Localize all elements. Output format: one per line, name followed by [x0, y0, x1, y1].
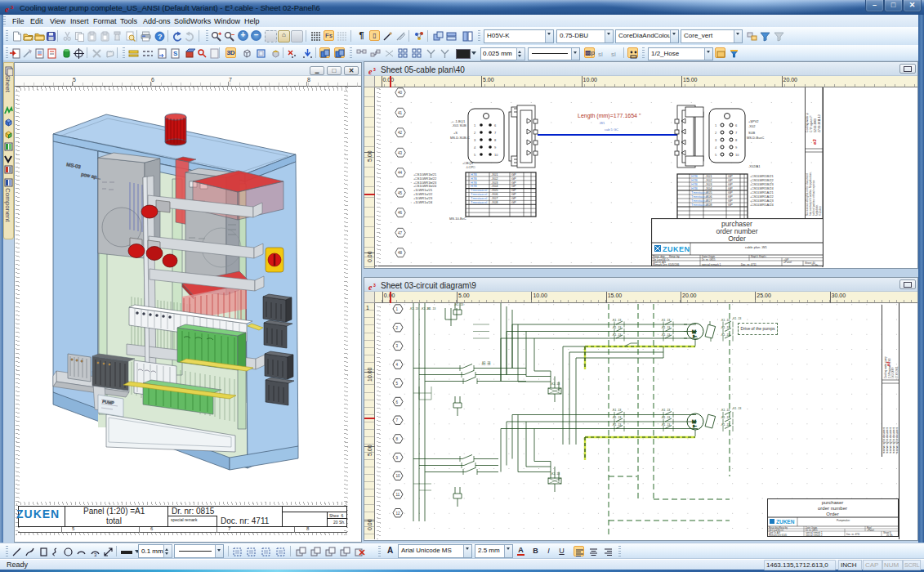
- svg-text:-K1 .13: -K1 .13: [661, 326, 670, 329]
- svg-text:-W1: -W1: [599, 121, 605, 125]
- svg-text:40: 40: [398, 91, 403, 95]
- svg-text:Order: Order: [826, 512, 838, 516]
- svg-text:-K1 .13: -K1 .13: [661, 423, 670, 427]
- svg-text:C:\\Program 12.03: C:\\Program 12.03: [888, 358, 891, 378]
- svg-text:sl: sl: [611, 51, 616, 58]
- svg-text:order number: order number: [818, 506, 847, 511]
- svg-text:45: 45: [398, 191, 403, 195]
- svg-text:-K1 .13: -K1 .13: [612, 423, 621, 427]
- svg-text:Resp. by: Resp. by: [669, 255, 680, 258]
- svg-text:27.09.2011-13: 27.09.2011-13: [818, 114, 821, 132]
- svg-text:special remark 1: special remark 1: [702, 263, 721, 266]
- svg-text:MS-D-BuvC: MS-D-BuvC: [747, 136, 764, 140]
- svg-text:+Panel: +Panel: [867, 529, 874, 532]
- svg-text:3: 3: [11, 5, 14, 10]
- svg-text:-X01 SUB: -X01 SUB: [452, 123, 466, 127]
- svg-text:ZUKEN: ZUKEN: [663, 245, 690, 253]
- svg-text:-K1 .13: -K1 .13: [661, 333, 670, 337]
- svg-text:Dr. nr. 0815: Dr. nr. 0815: [702, 258, 716, 261]
- svg-text:e3: e3: [886, 361, 891, 366]
- svg-text:-K1 .13: -K1 .13: [721, 319, 730, 322]
- svg-text:+□S1LWR1A/24: +□S1LWR1A/24: [750, 203, 774, 207]
- svg-text:C:\Program-F: C:\Program-F: [810, 115, 813, 132]
- svg-text:-K1 .13: -K1 .13: [612, 416, 621, 419]
- svg-text:20 Sh.: 20 Sh.: [811, 264, 819, 267]
- svg-text:reserve rights document: reserve rights document: [895, 427, 899, 454]
- svg-text:SUB: SUB: [748, 131, 756, 135]
- svg-text:-K1 .13: -K1 .13: [721, 333, 730, 337]
- svg-text:27.09.2011: 27.09.2011: [895, 366, 899, 378]
- svg-text:special remark 2: special remark 2: [806, 534, 823, 537]
- svg-text:ZUKEN: ZUKEN: [776, 519, 795, 525]
- svg-text:3: 3: [373, 67, 376, 72]
- svg-text:cab 5 GC: cab 5 GC: [605, 127, 618, 132]
- svg-text:-K1 .13: -K1 .13: [551, 382, 560, 386]
- svg-text:-K1 .13: -K1 .13: [661, 416, 670, 419]
- svg-text:-K1 .13: -K1 .13: [481, 363, 490, 366]
- svg-text:Tmnstaxcsl: Tmnstaxcsl: [471, 200, 487, 204]
- svg-text:-K1 .13: -K1 .13: [551, 472, 560, 476]
- svg-text:-K1 .13: -K1 .13: [661, 319, 670, 322]
- svg-text:Cooling water-p: Cooling water-p: [806, 113, 809, 132]
- svg-text:3: 3: [373, 283, 376, 288]
- svg-text:© Zuken: © Zuken: [819, 206, 822, 216]
- svg-text:-K1 .13: -K1 .13: [732, 407, 741, 410]
- svg-text:+S: +S: [453, 131, 458, 135]
- svg-text:-K1 .13: -K1 .13: [612, 326, 621, 329]
- svg-text:MS-D-SUB-C: MS-D-SUB-C: [450, 136, 470, 140]
- svg-text:e: e: [5, 4, 9, 14]
- svg-text:12.03.2009: 12.03.2009: [814, 118, 817, 132]
- svg-text:1.03.2009: 1.03.2009: [891, 367, 895, 378]
- svg-text:10: 10: [494, 153, 498, 157]
- svg-text:-K1 .13: -K1 .13: [454, 303, 463, 306]
- svg-text:e: e: [368, 67, 373, 76]
- svg-text:Doc. nr. 4711: Doc. nr. 4711: [741, 263, 757, 266]
- svg-text:43: 43: [398, 151, 403, 155]
- svg-text:Length (mm)=177.1654 ": Length (mm)=177.1654 ": [578, 113, 641, 119]
- svg-text:=Panel: =Panel: [783, 261, 792, 264]
- svg-text:-K1 .13: -K1 .13: [721, 423, 730, 427]
- svg-text:S: S: [173, 50, 178, 57]
- svg-text:e: e: [368, 283, 373, 292]
- svg-text:46: 46: [398, 211, 403, 215]
- svg-text:-K1 .13: -K1 .13: [612, 319, 621, 322]
- svg-text:?: ?: [158, 33, 163, 41]
- svg-text:purchaser: purchaser: [822, 500, 844, 505]
- svg-text:Order: Order: [728, 235, 746, 243]
- svg-text:-K1 .13: -K1 .13: [721, 409, 730, 412]
- svg-text:Cooling water pump: Cooling water pump: [884, 356, 887, 378]
- svg-text:42: 42: [398, 131, 403, 135]
- svg-text:-K1 .13: -K1 .13: [426, 307, 435, 311]
- svg-text:-X08: -X08: [705, 203, 712, 207]
- svg-text:41: 41: [398, 111, 403, 115]
- svg-text:Remark Drn. 6145/246: Remark Drn. 6145/246: [653, 263, 679, 266]
- svg-text:+: +: [218, 31, 221, 38]
- svg-text:–: –: [231, 31, 234, 38]
- svg-text:-X08: -X08: [491, 200, 498, 204]
- svg-text:+1LWR1a/24: +1LWR1a/24: [413, 200, 433, 204]
- svg-text:-K1 .13: -K1 .13: [721, 326, 730, 329]
- svg-text:Remark Drn 6145: Remark Drn 6145: [769, 534, 788, 537]
- svg-text:-K1 .13: -K1 .13: [661, 409, 670, 412]
- svg-text:-X02: -X02: [748, 124, 756, 128]
- svg-text:3: 3: [94, 552, 97, 557]
- svg-text:Pumpmaker: Pumpmaker: [837, 519, 850, 522]
- svg-text:-K1 .13: -K1 .13: [721, 416, 730, 419]
- svg-text:-K1 .13: -K1 .13: [732, 317, 741, 320]
- svg-text:Repl.f. Repl.t.: Repl.f. Repl.t.: [751, 255, 766, 258]
- svg-text:e3: e3: [812, 139, 817, 145]
- svg-text:sl: sl: [598, 51, 603, 58]
- svg-text:48: 48: [398, 251, 403, 255]
- svg-text:44: 44: [398, 171, 403, 175]
- svg-text:3~: 3~: [693, 424, 697, 428]
- svg-text:GP: GP: [511, 200, 516, 204]
- svg-text:GP: GP: [728, 203, 733, 207]
- svg-text:10: 10: [735, 153, 739, 157]
- svg-text:3~: 3~: [693, 334, 697, 338]
- svg-text:cable plan -W1: cable plan -W1: [745, 245, 767, 249]
- svg-text:47: 47: [398, 231, 403, 235]
- svg-text:Doc. nr. 4711: Doc. nr. 4711: [846, 533, 860, 536]
- svg-text:-K1 .13: -K1 .13: [612, 333, 621, 337]
- svg-text:+SPV2: +SPV2: [748, 119, 759, 123]
- svg-text:20 Sh.: 20 Sh.: [886, 534, 893, 537]
